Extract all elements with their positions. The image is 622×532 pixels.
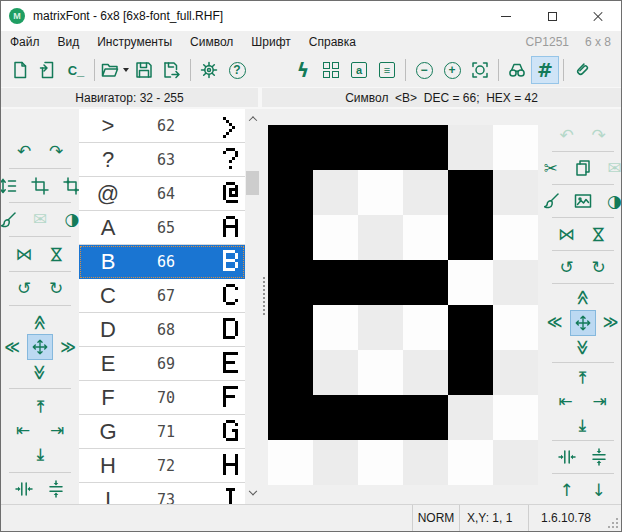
pixel-cell[interactable]	[403, 215, 448, 260]
import-font-button[interactable]	[35, 57, 61, 83]
pixel-cell[interactable]	[403, 440, 448, 485]
flip-horizontal-button[interactable]: ⋈	[12, 242, 36, 266]
pixel-cell[interactable]	[313, 260, 358, 305]
align-right-button[interactable]: ⇥	[45, 419, 69, 443]
nav-center-button[interactable]	[28, 335, 52, 359]
pixel-cell[interactable]	[448, 395, 493, 440]
preview-char-button[interactable]: a	[346, 57, 372, 83]
flip-horizontal-button[interactable]: ⋈	[555, 222, 579, 246]
new-from-chars-button[interactable]: C_	[63, 57, 89, 83]
pixel-cell[interactable]	[358, 440, 403, 485]
toggle-grid-button[interactable]: #	[532, 57, 558, 83]
pixel-cell[interactable]	[358, 125, 403, 170]
navigator-row[interactable]: I73	[79, 483, 245, 504]
pixel-cell[interactable]	[493, 395, 538, 440]
pixel-cell[interactable]	[268, 350, 313, 395]
scroll-up-button[interactable]	[245, 111, 260, 127]
nav-up-button[interactable]: ≪	[28, 310, 52, 334]
navigator-row[interactable]: C67	[79, 279, 245, 313]
pixel-cell[interactable]	[268, 440, 313, 485]
menu-item-help[interactable]: Справка	[300, 31, 365, 53]
pixel-cell[interactable]	[313, 125, 358, 170]
menu-item-font[interactable]: Шрифт	[242, 31, 299, 53]
pixel-cell[interactable]	[493, 350, 538, 395]
pixel-cell[interactable]	[493, 440, 538, 485]
pixel-cell[interactable]	[448, 350, 493, 395]
navigator-scrollbar[interactable]	[245, 109, 260, 504]
nav-right-button[interactable]: ≫	[56, 335, 80, 359]
save-file-as-button[interactable]	[159, 57, 185, 83]
pixel-cell[interactable]	[403, 260, 448, 305]
pixel-cell[interactable]	[268, 125, 313, 170]
char-map-button[interactable]	[318, 57, 344, 83]
pixel-cell[interactable]	[403, 305, 448, 350]
pixel-cell[interactable]	[268, 260, 313, 305]
navigator-row[interactable]: E69	[79, 347, 245, 381]
nav-right-button[interactable]: ≫	[599, 311, 622, 335]
rotate-left-button[interactable]: ↺	[12, 276, 36, 300]
pixel-cell[interactable]	[268, 395, 313, 440]
zoom-in-button[interactable]: +	[439, 57, 465, 83]
pixel-cell[interactable]	[448, 260, 493, 305]
pixel-cell[interactable]	[403, 395, 448, 440]
copy-button[interactable]	[571, 156, 595, 180]
flip-vertical-button[interactable]: ⋈	[44, 242, 68, 266]
effects-button[interactable]: ϟ	[290, 57, 316, 83]
pixel-cell[interactable]	[358, 395, 403, 440]
settings-button[interactable]	[196, 57, 222, 83]
close-button[interactable]	[575, 1, 621, 31]
pixel-cell[interactable]	[493, 260, 538, 305]
pixel-cell[interactable]	[403, 350, 448, 395]
scrollbar-thumb[interactable]	[246, 171, 259, 195]
pixel-cell[interactable]	[448, 305, 493, 350]
minimize-button[interactable]	[483, 1, 529, 31]
rotate-left-button[interactable]: ↺	[555, 255, 579, 279]
line-spacing-button[interactable]	[1, 174, 20, 198]
crop-button[interactable]	[28, 174, 52, 198]
nav-down-button[interactable]: ≪	[28, 360, 52, 384]
menu-item-symbol[interactable]: Символ	[181, 31, 242, 53]
navigator-row[interactable]: ?63	[79, 143, 245, 177]
rotate-right-button[interactable]: ↻	[44, 276, 68, 300]
pixel-cell[interactable]	[493, 125, 538, 170]
pixel-cell[interactable]	[358, 260, 403, 305]
pixel-cell[interactable]	[493, 305, 538, 350]
shift-down-button[interactable]: ↓	[587, 478, 611, 502]
squeeze-vertical-button[interactable]	[44, 477, 68, 501]
pixel-cell[interactable]	[313, 350, 358, 395]
pixel-cell[interactable]	[268, 215, 313, 260]
open-file-button[interactable]	[100, 57, 129, 83]
align-bottom-button[interactable]: ⇥	[571, 413, 595, 437]
pixel-cell[interactable]	[358, 305, 403, 350]
navigator-row[interactable]: G71	[79, 415, 245, 449]
squeeze-horizontal-button[interactable]	[555, 445, 579, 469]
menu-item-view[interactable]: Вид	[49, 31, 89, 53]
pixel-cell[interactable]	[448, 170, 493, 215]
shift-up-button[interactable]: ↑	[555, 478, 579, 502]
panel-splitter[interactable]	[260, 109, 267, 504]
pixel-cell[interactable]	[448, 215, 493, 260]
navigator-row[interactable]: B66	[79, 245, 245, 279]
squeeze-horizontal-button[interactable]	[12, 477, 36, 501]
resize-grip[interactable]	[605, 505, 621, 531]
align-left-button[interactable]: ⇤	[11, 419, 35, 443]
pixel-cell[interactable]	[493, 170, 538, 215]
nav-center-button[interactable]	[571, 311, 595, 335]
navigator-row[interactable]: D68	[79, 313, 245, 347]
pixel-cell[interactable]	[358, 215, 403, 260]
pixel-cell[interactable]	[403, 125, 448, 170]
pixel-cell[interactable]	[313, 440, 358, 485]
new-font-button[interactable]	[7, 57, 33, 83]
navigator-row[interactable]: H72	[79, 449, 245, 483]
pixel-cell[interactable]	[268, 305, 313, 350]
save-file-button[interactable]	[131, 57, 157, 83]
pixel-cell[interactable]	[448, 440, 493, 485]
align-bottom-button[interactable]: ⇥	[28, 443, 52, 467]
squeeze-vertical-button[interactable]	[587, 445, 611, 469]
invert-button[interactable]: ◑	[603, 189, 622, 213]
help-button[interactable]: ?	[224, 57, 250, 83]
pixel-cell[interactable]	[403, 170, 448, 215]
pixel-cell[interactable]	[358, 170, 403, 215]
font-summary-button[interactable]: ≡	[374, 57, 400, 83]
align-right-button[interactable]: ⇥	[588, 389, 612, 413]
